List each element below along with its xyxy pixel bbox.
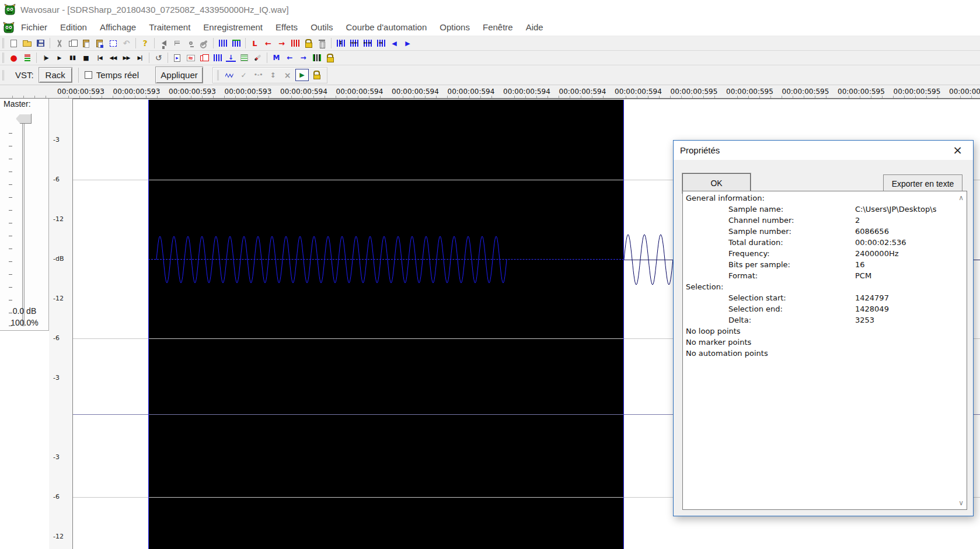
copy-red-button[interactable] (197, 52, 211, 64)
help-button[interactable]: ? (138, 37, 152, 50)
master-slider-track[interactable] (22, 123, 25, 326)
go-start-button[interactable]: |◀ (93, 52, 106, 64)
master-slider-handle[interactable] (16, 114, 32, 124)
toolbar-grip[interactable] (2, 70, 5, 81)
menu-fen-tre[interactable]: Fenêtre (476, 20, 519, 34)
play-cursor-button[interactable]: |▶ (39, 52, 53, 64)
pause-button[interactable]: ▮▮ (66, 52, 79, 64)
menu-fichier[interactable]: Fichier (15, 20, 54, 34)
jack-out-button[interactable] (184, 37, 197, 50)
check-button[interactable]: ✓ (237, 69, 250, 81)
open-button[interactable] (20, 37, 34, 50)
forward-button[interactable]: ▶▶ (120, 52, 133, 64)
paste-button[interactable] (79, 37, 93, 50)
batch-button[interactable] (238, 52, 251, 64)
lock2-button[interactable] (323, 52, 337, 64)
autoplay-button[interactable]: ▶ (295, 69, 309, 81)
pencil-button[interactable] (251, 52, 264, 64)
zoom-wave-v-button[interactable]: ↕ (334, 37, 347, 50)
zoom-wave-in-button[interactable]: ←→ (361, 37, 374, 50)
l-marker-button[interactable]: L (248, 37, 261, 50)
record-button[interactable]: ● (7, 52, 20, 64)
property-value: 3253 (855, 316, 874, 324)
red-right-button[interactable]: → (275, 37, 288, 50)
dots-button[interactable]: •-• (252, 69, 265, 81)
wave-red-button[interactable] (288, 37, 302, 50)
menu-traitement[interactable]: Traitement (142, 20, 197, 34)
red-left-button[interactable]: ← (261, 37, 275, 50)
rewind-button[interactable]: ◀◀ (106, 52, 120, 64)
rack-button[interactable]: Rack (39, 67, 72, 83)
undo-button[interactable]: ↶ (120, 37, 133, 50)
wave-green-button[interactable] (229, 37, 243, 50)
vst-separator (78, 68, 79, 83)
tri-right-button[interactable]: ▶ (401, 37, 414, 50)
loop-button[interactable]: ↺ (152, 52, 165, 64)
undo-icon: ↶ (121, 39, 131, 48)
time-ruler[interactable]: 00:00:00:59300:00:00:59300:00:00:59300:0… (0, 85, 980, 99)
wave-edit-button[interactable] (211, 52, 224, 64)
speaker-button[interactable] (157, 37, 170, 50)
ok-button[interactable]: OK (682, 173, 751, 193)
insert-doc-button[interactable]: ▸ (170, 52, 184, 64)
jack-in-button[interactable] (170, 37, 184, 50)
tri-left-button[interactable]: ◀ (388, 37, 401, 50)
zoom-wave-sel-button[interactable]: ↔ (374, 37, 388, 50)
realtime-checkbox[interactable] (85, 71, 92, 79)
toolbar-separator (149, 53, 149, 63)
rewind-icon: ◀◀ (108, 54, 118, 62)
copy-button[interactable] (66, 37, 79, 50)
menu-edition[interactable]: Edition (54, 20, 93, 34)
red-right-icon: → (277, 39, 287, 48)
updown-button[interactable]: ↕ (266, 69, 280, 81)
marker-left-button[interactable]: ← (283, 52, 297, 64)
property-label: No marker points (686, 338, 751, 347)
marker-m-button[interactable]: M (270, 52, 283, 64)
scroll-down-icon[interactable]: ∨ (958, 499, 964, 507)
property-label: Format: (728, 271, 758, 280)
zoom-wave-out-button[interactable]: →← (347, 37, 361, 50)
toolbar-grip[interactable] (217, 70, 220, 81)
menu-enregistrement[interactable]: Enregistrement (197, 20, 269, 34)
property-row: Selection end:1428049 (683, 305, 967, 316)
new-button[interactable] (7, 37, 20, 50)
menu-affichage[interactable]: Affichage (93, 20, 142, 34)
lock-button[interactable] (302, 37, 315, 50)
trash-button[interactable] (315, 37, 329, 50)
export-text-button[interactable]: Exporter en texte (883, 174, 962, 193)
property-label: Selection end: (728, 305, 783, 313)
toolbar-grip[interactable] (2, 53, 5, 63)
paste-special-button[interactable] (93, 37, 106, 50)
close-icon[interactable]: × (948, 142, 967, 158)
toolbar-grip[interactable] (2, 38, 5, 48)
master-gain-value: 0.0 dB (0, 306, 49, 316)
lock3-button[interactable] (310, 69, 323, 81)
menu-effets[interactable]: Effets (269, 20, 304, 34)
menu-courbe-d-automation[interactable]: Courbe d'automation (339, 20, 433, 34)
save-button[interactable] (34, 37, 47, 50)
stats-button[interactable]: ≈ (184, 52, 197, 64)
trash2-button[interactable] (337, 52, 350, 64)
dialog-title-bar[interactable]: Propriétés × (674, 141, 973, 160)
curve-button[interactable] (222, 69, 236, 81)
go-end-button[interactable]: ▶| (133, 52, 147, 64)
apply-button[interactable]: Appliquer (155, 67, 203, 83)
delete-x-button[interactable]: × (281, 69, 294, 81)
properties-list[interactable]: General information:Sample name:C:\Users… (682, 191, 967, 510)
select-blue-button[interactable] (106, 37, 120, 50)
wrench-button[interactable] (197, 37, 211, 50)
menu-aide[interactable]: Aide (519, 20, 550, 34)
marker-right-button[interactable]: → (297, 52, 310, 64)
meter-button[interactable] (20, 52, 34, 64)
resample-button[interactable]: ↓ (224, 52, 238, 64)
wave-insert-button[interactable] (216, 37, 229, 50)
cut-button[interactable] (53, 37, 66, 50)
play-button[interactable]: ▶ (53, 52, 66, 64)
wave-marker-button[interactable] (310, 52, 323, 64)
property-value: 2400000Hz (855, 249, 899, 258)
jack-out-icon (189, 41, 193, 45)
scroll-up-icon[interactable]: ∧ (958, 194, 964, 202)
menu-options[interactable]: Options (433, 20, 476, 34)
menu-outils[interactable]: Outils (304, 20, 339, 34)
stop-button[interactable]: ■ (79, 52, 93, 64)
